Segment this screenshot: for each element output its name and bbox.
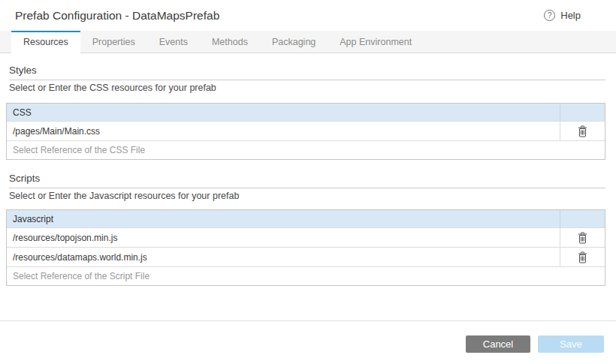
- trash-icon: [578, 125, 587, 137]
- css-table-header-row: CSS: [7, 104, 605, 121]
- tab-packaging[interactable]: Packaging: [260, 31, 328, 53]
- help-label: Help: [560, 10, 581, 21]
- css-reference-input[interactable]: [7, 141, 605, 159]
- save-button[interactable]: Save: [538, 335, 604, 353]
- tab-events[interactable]: Events: [147, 31, 200, 53]
- css-input-row: [7, 140, 605, 159]
- table-row: /pages/Main/Main.css: [7, 121, 605, 140]
- delete-script-resource-button[interactable]: [560, 228, 605, 247]
- script-resource-path: /resources/datamaps.world.min.js: [7, 248, 560, 266]
- tab-resources[interactable]: Resources: [11, 31, 80, 55]
- table-row: /resources/topojson.min.js: [7, 227, 605, 247]
- help-button[interactable]: ? Help: [544, 0, 581, 31]
- styles-section-description: Select or Enter the CSS resources for yo…: [9, 83, 216, 93]
- delete-script-resource-button[interactable]: [560, 248, 605, 266]
- delete-css-resource-button[interactable]: [560, 122, 605, 140]
- script-input-row: [7, 266, 605, 285]
- scripts-section-description: Select or Enter the Javascript resources…: [9, 191, 239, 201]
- script-resource-path: /resources/topojson.min.js: [7, 228, 560, 247]
- css-resources-table: CSS /pages/Main/Main.css: [6, 103, 605, 160]
- table-row: /resources/datamaps.world.min.js: [7, 247, 605, 266]
- trash-icon: [578, 232, 587, 244]
- script-resources-table: Javascript /resources/topojson.min.js /r…: [6, 209, 605, 286]
- tab-bar: Resources Properties Events Methods Pack…: [0, 31, 616, 53]
- script-action-column-header: [560, 210, 605, 227]
- css-resource-path: /pages/Main/Main.css: [7, 122, 560, 140]
- page-title: Prefab Configuration - DataMapsPrefab: [15, 0, 219, 31]
- script-reference-input[interactable]: [7, 267, 605, 285]
- tab-app-environment[interactable]: App Environment: [328, 31, 424, 53]
- cancel-button[interactable]: Cancel: [466, 335, 530, 353]
- footer-divider: [0, 320, 616, 321]
- css-column-header: CSS: [7, 107, 560, 118]
- styles-section-heading: Styles: [9, 65, 605, 80]
- javascript-column-header: Javascript: [7, 214, 560, 224]
- scripts-section-heading: Scripts: [9, 173, 605, 188]
- css-action-column-header: [560, 104, 605, 121]
- tab-properties[interactable]: Properties: [80, 31, 147, 53]
- trash-icon: [578, 251, 587, 263]
- tab-methods[interactable]: Methods: [200, 31, 260, 53]
- script-table-header-row: Javascript: [7, 210, 605, 227]
- dialog-header: Prefab Configuration - DataMapsPrefab ? …: [0, 0, 616, 31]
- help-question-icon: ?: [544, 10, 555, 21]
